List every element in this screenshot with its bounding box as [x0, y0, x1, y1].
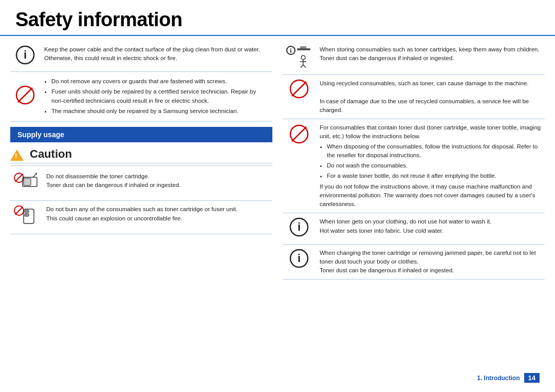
info-circle-icon-3: i	[289, 249, 309, 268]
text-cell: Do not remove any covers or guards that …	[40, 72, 272, 122]
icon-cell	[283, 75, 316, 119]
caution-label: Caution	[30, 147, 72, 161]
footer-intro-label: 1. Introduction	[477, 375, 520, 382]
right-table: i When storing con	[283, 41, 545, 280]
svg-rect-14	[25, 214, 29, 216]
row-text-2: Otherwise, this could result in electric…	[44, 55, 177, 61]
icon-cell: i	[283, 244, 316, 279]
svg-line-11	[15, 207, 23, 215]
row-text: When toner gets on your clothing, do not…	[320, 218, 491, 225]
left-top-table: i Keep the power cable and the contact s…	[10, 41, 272, 122]
info-circle-icon-2: i	[289, 217, 309, 237]
list-item: Do not wash the consumables.	[327, 161, 542, 170]
icon-cell	[10, 168, 42, 201]
row-text-2: Hot water sets toner into fabric. Use co…	[320, 228, 443, 234]
supply-table: Do not disassemble the toner cartridge. …	[10, 168, 272, 234]
text-cell: For consumables that contain toner dust …	[316, 119, 545, 213]
row-text: Do not burn any of the consumables such …	[46, 206, 237, 212]
row-text-post: If you do not follow the instructions ab…	[320, 183, 535, 208]
table-row: Using recycled consumables, such as tone…	[283, 75, 545, 119]
text-cell: When storing consumables such as toner c…	[316, 41, 545, 75]
row-text: Using recycled consumables, such as tone…	[320, 80, 529, 86]
text-cell: When toner gets on your clothing, do not…	[316, 213, 545, 244]
toner-burn-icon	[13, 205, 39, 227]
list-item: Fuser units should only be repaired by a…	[51, 87, 269, 105]
svg-rect-18	[300, 46, 306, 48]
child-shelf-icon: i	[286, 45, 312, 68]
no-circle-icon-3	[289, 124, 309, 144]
icon-cell: i	[10, 41, 40, 72]
table-row: Do not disassemble the toner cartridge. …	[10, 168, 272, 201]
left-column: i Keep the power cable and the contact s…	[10, 41, 272, 281]
row-text-2: Toner dust can be dangerous if inhaled o…	[320, 55, 454, 61]
no-circle-icon	[15, 85, 35, 105]
caution-triangle-icon: !	[10, 150, 24, 161]
footer-page-number: 14	[524, 373, 540, 383]
text-cell: Using recycled consumables, such as tone…	[316, 75, 545, 119]
svg-line-3	[18, 88, 32, 102]
icon-cell	[10, 72, 40, 122]
table-row: For consumables that contain toner dust …	[283, 119, 545, 213]
info-circle-icon: i	[15, 45, 35, 65]
row-text: When storing consumables such as toner c…	[320, 46, 540, 52]
no-circle-icon-2	[289, 79, 309, 99]
row-text-pre: For consumables that contain toner dust …	[320, 124, 541, 139]
list-item: When disposing of the consumables, follo…	[327, 142, 542, 160]
svg-line-25	[292, 82, 306, 96]
caution-header: ! Caution	[10, 147, 272, 163]
table-row: Do not burn any of the consumables such …	[10, 201, 272, 234]
page-footer: 1. Introduction 14	[477, 373, 540, 383]
icon-cell	[10, 201, 42, 234]
row-text: Keep the power cable and the contact sur…	[44, 46, 260, 52]
list-item: For a waste toner bottle, do not reuse i…	[327, 172, 542, 180]
svg-rect-9	[35, 173, 37, 175]
text-cell: When changing the toner cartridge or rem…	[316, 244, 545, 279]
svg-point-19	[301, 55, 305, 60]
text-cell: Keep the power cable and the contact sur…	[40, 41, 272, 72]
icon-cell	[283, 119, 316, 213]
table-row: i When storing con	[283, 41, 545, 75]
text-cell: Do not disassemble the toner cartridge. …	[42, 168, 272, 201]
table-row: i When toner gets on your clothing, do n…	[283, 213, 545, 244]
svg-text:i: i	[290, 47, 291, 54]
row-text-2: Toner dust can be dangerous if inhaled o…	[320, 267, 454, 273]
table-row: Do not remove any covers or guards that …	[10, 72, 272, 122]
table-row: i Keep the power cable and the contact s…	[10, 41, 272, 72]
supply-usage-header: Supply usage	[10, 127, 272, 142]
svg-line-23	[303, 65, 306, 68]
table-row: i When changing the toner cartridge or r…	[283, 244, 545, 279]
row-text-2: In case of damage due to the use of recy…	[320, 98, 529, 113]
bullet-list-2: When disposing of the consumables, follo…	[320, 142, 542, 181]
svg-line-8	[33, 174, 36, 177]
svg-line-22	[301, 65, 303, 68]
toner-disassemble-icon	[13, 172, 39, 194]
svg-rect-13	[25, 210, 29, 213]
svg-text:i: i	[24, 48, 27, 61]
page-title: Safety information	[15, 9, 540, 31]
svg-line-27	[292, 127, 306, 141]
svg-text:i: i	[298, 220, 301, 233]
list-item: The machine should only be repaired by a…	[51, 107, 269, 116]
icon-cell: i	[283, 213, 316, 244]
list-item: Do not remove any covers or guards that …	[51, 77, 269, 86]
row-text: Do not disassemble the toner cartridge.	[46, 173, 150, 179]
text-cell: Do not burn any of the consumables such …	[42, 201, 272, 234]
svg-rect-7	[24, 178, 31, 185]
row-text: When changing the toner cartridge or rem…	[320, 250, 536, 265]
svg-line-5	[15, 174, 23, 182]
row-text-2: This could cause an explosion or uncontr…	[46, 215, 182, 221]
row-text-2: Toner dust can be dangerous if inhaled o…	[46, 182, 181, 188]
icon-cell: i	[283, 41, 316, 75]
right-column: i When storing con	[283, 41, 545, 281]
svg-text:i: i	[298, 252, 301, 265]
svg-rect-17	[297, 48, 310, 50]
bullet-list: Do not remove any covers or guards that …	[44, 77, 269, 116]
page-header: Safety information	[0, 0, 555, 36]
